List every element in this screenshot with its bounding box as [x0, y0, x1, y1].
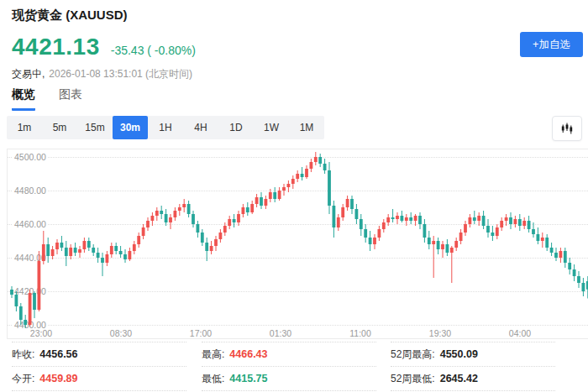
current-price: 4421.13 [12, 34, 100, 60]
candle [250, 204, 254, 212]
tab-overview[interactable]: 概览 [12, 87, 35, 111]
candle [360, 219, 363, 229]
candle [24, 320, 27, 325]
candle [355, 209, 359, 219]
candle [287, 184, 291, 187]
candle [373, 238, 376, 244]
candle [473, 217, 476, 221]
candle [396, 216, 399, 219]
stat-column: 昨收:4456.56今开:4459.89 [12, 342, 186, 391]
candle [386, 217, 390, 222]
candle [92, 248, 95, 253]
candle [87, 241, 91, 248]
candle [310, 162, 313, 169]
interval-1d[interactable]: 1D [218, 116, 254, 139]
candle [432, 241, 435, 244]
candle [210, 246, 213, 251]
candle [142, 227, 145, 236]
candle [369, 238, 372, 244]
candle [160, 211, 163, 214]
candle [559, 251, 563, 258]
stat-high: 最高:4466.43 [202, 342, 376, 367]
instrument-title: 现货黄金 (XAUUSD) [12, 8, 128, 24]
stat-52w-low: 52周最低:2645.42 [391, 367, 555, 391]
x-axis-label: 08:30 [110, 328, 132, 338]
chart-style-button[interactable] [552, 116, 582, 141]
candle [255, 197, 259, 204]
interval-30m[interactable]: 30m [113, 116, 148, 139]
candle [582, 283, 585, 291]
stat-column: 52周最高:4550.0952周最低:2645.42 [391, 342, 555, 391]
candle [337, 217, 340, 227]
interval-1m[interactable]: 1M [289, 116, 324, 139]
candle [532, 229, 535, 234]
candle [269, 192, 272, 199]
candle [391, 217, 395, 219]
candle [550, 248, 554, 253]
candle [129, 251, 132, 259]
interval-4h[interactable]: 4H [183, 116, 218, 139]
candle [314, 157, 318, 162]
candle [15, 295, 18, 306]
stat-52w-high: 52周最高:4550.09 [391, 342, 555, 367]
candle [114, 246, 118, 251]
tab-chart[interactable]: 图表 [59, 87, 82, 111]
candle [169, 217, 172, 222]
candle [500, 221, 503, 227]
candle [97, 253, 100, 258]
candle [459, 233, 463, 241]
candle [350, 199, 354, 209]
candle [537, 234, 540, 241]
candle [201, 233, 204, 243]
candle [205, 243, 208, 251]
stat-column: 最高:4466.43最低:4415.75 [202, 342, 376, 391]
candle [450, 248, 454, 253]
price-change: -35.43 ( -0.80%) [111, 44, 196, 57]
candle [346, 199, 349, 207]
candle [469, 217, 472, 224]
candle [382, 222, 386, 229]
candle [528, 221, 531, 229]
stat-label: 最高: [202, 348, 224, 362]
interval-1w[interactable]: 1W [254, 116, 289, 139]
candle [123, 254, 127, 259]
candle [364, 229, 367, 238]
interval-1h[interactable]: 1H [148, 116, 183, 139]
candle [414, 216, 417, 221]
candle [69, 248, 72, 256]
candle [137, 236, 140, 244]
candle [278, 191, 281, 199]
candle [165, 214, 168, 222]
candle [237, 214, 240, 222]
candle [296, 174, 299, 179]
interval-selector: 1m5m15m30m1H4H1D1W1M [7, 116, 324, 139]
candle [378, 229, 381, 238]
candle [10, 290, 13, 295]
stat-label: 今开: [12, 372, 34, 386]
interval-15m[interactable]: 15m [77, 116, 113, 139]
candle [42, 244, 45, 261]
candle [78, 249, 81, 253]
candlestick-chart[interactable]: 4500.004480.004460.004440.004420.004400.… [7, 149, 588, 339]
candle [577, 276, 580, 283]
x-axis-label: 11:00 [349, 328, 371, 338]
candle [409, 217, 412, 221]
candle [46, 244, 50, 256]
candle [318, 157, 322, 164]
candle [133, 244, 136, 251]
candle [505, 217, 508, 221]
candlestick-chart-icon [559, 121, 575, 136]
add-watchlist-button[interactable]: +加自选 [520, 32, 583, 57]
candle [323, 164, 327, 170]
candle [106, 254, 109, 263]
candles-layer [8, 149, 588, 328]
stat-value: 4550.09 [440, 348, 478, 360]
candle [437, 241, 440, 249]
candle [146, 221, 150, 227]
interval-5m[interactable]: 5m [42, 116, 77, 139]
candle [423, 224, 427, 238]
interval-1m[interactable]: 1m [7, 116, 42, 139]
stat-prev-close: 昨收:4456.56 [12, 342, 186, 367]
stat-label: 最低: [202, 372, 224, 386]
x-axis-label: 17:00 [190, 328, 212, 338]
